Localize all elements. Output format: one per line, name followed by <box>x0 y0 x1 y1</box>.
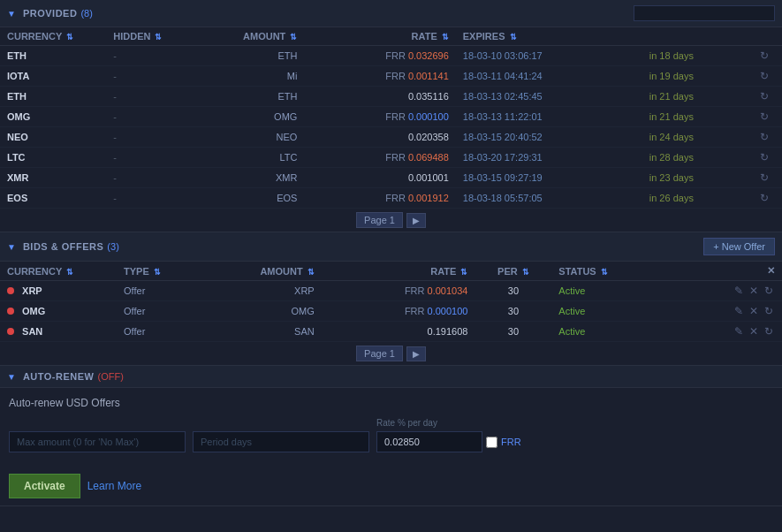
provided-amount: OMG <box>200 107 305 127</box>
bids-offers-table: CURRENCY ⇅ TYPE ⇅ AMOUNT ⇅ RATE ⇅ PER ⇅ … <box>0 262 782 342</box>
provided-amount: XMR <box>200 168 305 188</box>
bids-amount: OMG <box>206 301 321 322</box>
table-row: EOS - EOS FRR 0.001912 18-03-18 05:57:05… <box>0 188 782 209</box>
refresh-icon[interactable]: ↻ <box>760 70 769 82</box>
provided-page-next[interactable]: ▶ <box>406 213 426 228</box>
activate-button[interactable]: Activate <box>9 474 80 498</box>
provided-amount: EOS <box>200 188 305 209</box>
auto-renew-form-row: Rate % per day FRR <box>9 418 773 452</box>
period-input[interactable] <box>193 431 369 452</box>
bids-col-actions: ✕ <box>680 262 782 281</box>
delete-icon[interactable]: ✕ <box>749 325 758 338</box>
edit-icon[interactable]: ✎ <box>734 285 743 297</box>
edit-icon[interactable]: ✎ <box>734 305 743 317</box>
row-refresh-icon[interactable]: ↻ <box>764 285 773 297</box>
bids-page-next[interactable]: ▶ <box>406 346 426 361</box>
bids-col-currency[interactable]: CURRENCY ⇅ <box>0 262 117 281</box>
provided-amount: LTC <box>200 148 305 168</box>
bids-actions: ✎ ✕ ↻ <box>680 281 782 301</box>
provided-expires: in 26 days <box>642 188 748 209</box>
row-refresh-icon[interactable]: ↻ <box>764 325 773 338</box>
provided-col-rate[interactable]: RATE ⇅ <box>304 27 455 46</box>
provided-col-indays <box>642 27 748 46</box>
provided-amount: NEO <box>200 127 305 148</box>
delete-icon[interactable]: ✕ <box>749 285 758 297</box>
table-row: XMR - XMR 0.001001 18-03-15 09:27:19 in … <box>0 168 782 188</box>
table-row: OMG Offer OMG FRR 0.000100 30 Active ✎ ✕… <box>0 301 782 322</box>
refresh-icon[interactable]: ↻ <box>760 192 769 204</box>
provided-col-amount[interactable]: AMOUNT ⇅ <box>200 27 305 46</box>
bids-pagination: Page 1 ▶ <box>0 342 782 365</box>
provided-rate: FRR 0.032696 <box>304 46 455 66</box>
provided-refresh[interactable]: ↻ <box>747 188 782 209</box>
provided-refresh[interactable]: ↻ <box>747 127 782 148</box>
provided-expires: in 19 days <box>642 66 748 87</box>
provided-count: (8) <box>80 8 92 19</box>
provided-search-input[interactable] <box>634 5 775 21</box>
bids-offers-count: (3) <box>107 241 118 252</box>
max-amount-input[interactable] <box>9 431 186 452</box>
provided-refresh[interactable]: ↻ <box>747 168 782 188</box>
table-row: ETH - ETH 0.035116 18-03-13 02:45:45 in … <box>0 87 782 107</box>
provided-hidden: - <box>106 148 199 168</box>
table-row: LTC - LTC FRR 0.069488 18-03-20 17:29:31… <box>0 148 782 168</box>
provided-currency: IOTA <box>0 66 106 87</box>
refresh-icon[interactable]: ↻ <box>760 151 769 163</box>
bids-col-type[interactable]: TYPE ⇅ <box>117 262 206 281</box>
provided-currency: XMR <box>0 168 106 188</box>
bids-amount: SAN <box>206 322 321 342</box>
bids-col-status[interactable]: STATUS ⇅ <box>551 262 680 281</box>
provided-refresh[interactable]: ↻ <box>747 107 782 127</box>
bids-col-amount[interactable]: AMOUNT ⇅ <box>206 262 321 281</box>
bids-currency: OMG <box>0 301 117 322</box>
frr-checkbox[interactable] <box>486 437 497 448</box>
learn-more-link[interactable]: Learn More <box>87 480 141 492</box>
provided-col-expires[interactable]: EXPIRES ⇅ <box>456 27 642 46</box>
auto-renew-header[interactable]: ▼ AUTO-RENEW (OFF) <box>0 366 782 388</box>
max-amount-group <box>9 431 186 452</box>
rate-label: Rate % per day <box>376 418 521 428</box>
refresh-icon[interactable]: ↻ <box>760 171 769 184</box>
provided-col-currency[interactable]: CURRENCY ⇅ <box>0 27 106 46</box>
refresh-icon[interactable]: ↻ <box>760 49 769 62</box>
bids-amount: XRP <box>206 281 321 301</box>
provided-currency: NEO <box>0 127 106 148</box>
edit-icon[interactable]: ✎ <box>734 325 743 338</box>
bids-rate: FRR 0.001034 <box>322 281 475 301</box>
refresh-icon[interactable]: ↻ <box>760 110 769 123</box>
table-row: XRP Offer XRP FRR 0.001034 30 Active ✎ ✕… <box>0 281 782 301</box>
new-offer-button[interactable]: + New Offer <box>703 238 775 255</box>
provided-refresh[interactable]: ↻ <box>747 66 782 87</box>
provided-currency: EOS <box>0 188 106 209</box>
provided-date: 18-03-13 11:22:01 <box>456 107 642 127</box>
provided-hidden: - <box>106 188 199 209</box>
refresh-icon[interactable]: ↻ <box>760 131 769 143</box>
bids-offers-section: ▼ BIDS & OFFERS (3) + New Offer CURRENCY… <box>0 232 782 366</box>
provided-refresh[interactable]: ↻ <box>747 46 782 66</box>
provided-rate: FRR 0.001141 <box>304 66 455 87</box>
red-dot-icon <box>7 287 14 294</box>
provided-header[interactable]: ▼ PROVIDED (8) <box>0 0 782 27</box>
bids-offers-header[interactable]: ▼ BIDS & OFFERS (3) + New Offer <box>0 232 782 262</box>
bids-col-rate[interactable]: RATE ⇅ <box>322 262 475 281</box>
bids-type: Offer <box>117 322 206 342</box>
row-refresh-icon[interactable]: ↻ <box>764 305 773 317</box>
rate-input[interactable] <box>376 431 482 452</box>
provided-refresh[interactable]: ↻ <box>747 87 782 107</box>
provided-page-btn[interactable]: Page 1 <box>356 212 403 228</box>
provided-col-hidden[interactable]: HIDDEN ⇅ <box>106 27 199 46</box>
provided-hidden: - <box>106 168 199 188</box>
bids-col-per[interactable]: PER ⇅ <box>475 262 551 281</box>
provided-hidden: - <box>106 66 199 87</box>
provided-expires: in 21 days <box>642 107 748 127</box>
provided-hidden: - <box>106 107 199 127</box>
bids-offers-header-right: + New Offer <box>703 238 775 255</box>
bids-currency: XRP <box>0 281 117 301</box>
bids-page-btn[interactable]: Page 1 <box>356 346 403 361</box>
provided-refresh[interactable]: ↻ <box>747 148 782 168</box>
bids-status: Active <box>551 281 680 301</box>
frr-checkbox-wrap: FRR <box>486 437 521 448</box>
refresh-icon[interactable]: ↻ <box>760 90 769 103</box>
provided-amount: Mi <box>200 66 305 87</box>
delete-icon[interactable]: ✕ <box>749 305 758 317</box>
